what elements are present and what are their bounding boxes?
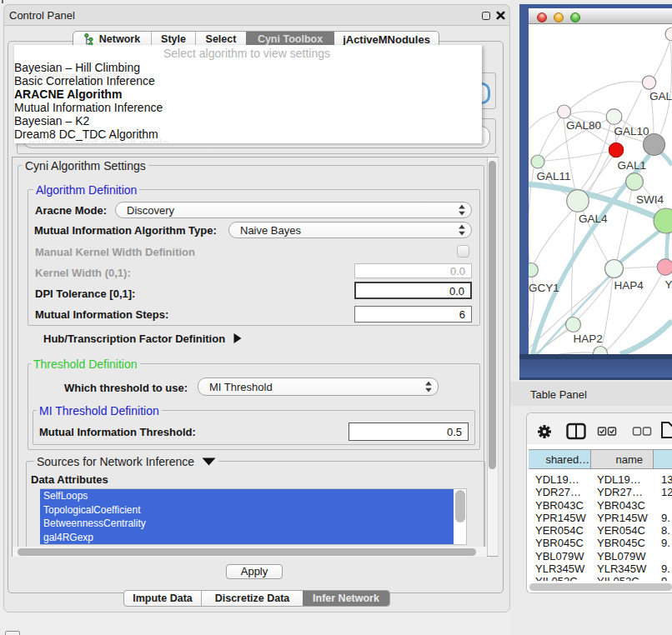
svg-text:Y: Y xyxy=(665,278,672,291)
svg-text:GAL1: GAL1 xyxy=(618,159,647,172)
svg-text:HAP4: HAP4 xyxy=(614,279,644,292)
svg-text:GAL11: GAL11 xyxy=(537,170,571,182)
svg-text:GCY1: GCY1 xyxy=(529,282,559,294)
svg-text:GAL7: GAL7 xyxy=(649,90,672,102)
svg-text:GAL10: GAL10 xyxy=(614,125,649,138)
svg-text:GAL80: GAL80 xyxy=(566,119,601,132)
svg-text:SWI4: SWI4 xyxy=(636,193,664,206)
svg-text:HAP2: HAP2 xyxy=(574,332,603,345)
svg-text:GAL4: GAL4 xyxy=(579,212,608,225)
